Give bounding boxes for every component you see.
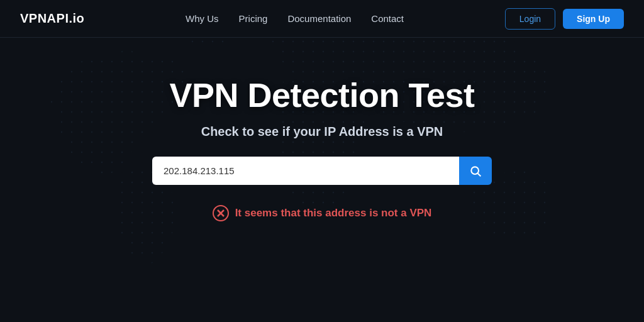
login-button[interactable]: Login (505, 8, 555, 30)
signup-button[interactable]: Sign Up (563, 9, 624, 29)
nav-link-pricing[interactable]: Pricing (239, 13, 268, 24)
hero-title: VPN Detection Test (169, 75, 474, 114)
result-text: It seems that this address is not a VPN (235, 207, 432, 219)
ip-search-input[interactable] (152, 157, 459, 185)
x-icon (216, 209, 225, 218)
nav-link-documentation[interactable]: Documentation (287, 13, 351, 24)
search-bar (152, 157, 492, 185)
nav-link-why-us[interactable]: Why Us (186, 13, 219, 24)
nav-links: Why Us Pricing Documentation Contact (186, 13, 404, 24)
nav-link-contact[interactable]: Contact (371, 13, 404, 24)
hero-subtitle: Check to see if your IP Address is a VPN (201, 125, 443, 139)
brand-logo[interactable]: VPNAPI.io (20, 11, 84, 26)
svg-line-2 (478, 173, 481, 176)
search-button[interactable] (459, 157, 492, 185)
navbar: VPNAPI.io Why Us Pricing Documentation C… (0, 0, 644, 38)
result-message: It seems that this address is not a VPN (213, 205, 432, 221)
hero-section: VPN Detection Test Check to see if your … (0, 38, 644, 221)
nav-actions: Login Sign Up (505, 8, 624, 30)
search-icon (469, 165, 482, 177)
result-error-icon (213, 205, 229, 221)
svg-point-1 (471, 167, 479, 174)
